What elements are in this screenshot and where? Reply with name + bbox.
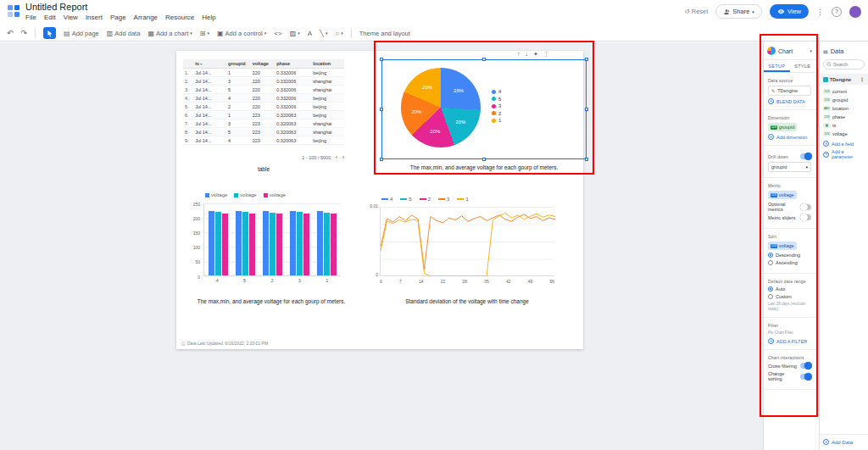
menu-insert[interactable]: Insert	[86, 13, 103, 22]
tab-style[interactable]: STYLE	[790, 60, 816, 72]
data-source-row[interactable]: ✎TDengine	[768, 86, 811, 96]
menu-arrange[interactable]: Arrange	[134, 13, 158, 22]
table-row: 1.Jul 14...12200.332006beijing	[183, 69, 344, 77]
add-data-button[interactable]: +Add Data	[820, 434, 868, 445]
sort-descending-radio[interactable]: Descending	[768, 253, 811, 258]
optional-metrics-toggle[interactable]	[800, 204, 811, 210]
selection-handle[interactable]	[380, 58, 383, 61]
sort-ascending-radio[interactable]: Ascending	[768, 260, 811, 265]
add-chart-button[interactable]: ▦Add a chart▾	[147, 30, 192, 37]
add-data-button[interactable]: ▥Add data	[107, 30, 141, 37]
toolbar-divider	[35, 28, 36, 38]
add-control-label: Add a control	[225, 30, 263, 37]
selection-handle[interactable]	[380, 108, 383, 111]
date-range-label: Default date range	[768, 279, 811, 284]
metric-chip[interactable]: 123voltage	[768, 191, 797, 199]
menu-file[interactable]: File	[25, 13, 36, 22]
select-tool-button[interactable]	[43, 27, 56, 39]
column-header-ts[interactable]: ts ▾	[193, 59, 226, 69]
add-dimension-button[interactable]: +Add dimension	[768, 134, 811, 140]
field-phase[interactable]: 123phase	[823, 113, 865, 121]
reset-button[interactable]: ↺Reset	[684, 8, 708, 15]
change-sorting-toggle[interactable]	[800, 374, 811, 380]
undo-button[interactable]: ↶	[7, 29, 14, 37]
menu-edit[interactable]: Edit	[44, 13, 56, 22]
selection-handle[interactable]	[482, 158, 486, 161]
app-logo-icon[interactable]	[7, 4, 20, 18]
add-control-button[interactable]: ▣Add a control▾	[217, 30, 266, 37]
embed-button[interactable]: <>	[274, 30, 281, 37]
field-location[interactable]: ABClocation	[823, 104, 865, 113]
sort-chip[interactable]: 123voltage	[768, 242, 797, 250]
panel-icon: ▤	[823, 48, 828, 54]
table-pagination: 1 - 100 / 5000 ‹ ›	[183, 154, 344, 160]
report-canvas[interactable]: ts ▾groupidvoltagephaselocation1.Jul 14.…	[0, 42, 763, 450]
date-custom-radio[interactable]: Custom	[768, 294, 811, 299]
field-ts[interactable]: ▦ts	[823, 121, 865, 130]
menu-help[interactable]: Help	[202, 13, 215, 22]
share-button[interactable]: Share▾	[715, 4, 762, 19]
column-header-phase[interactable]: phase	[275, 59, 311, 69]
field-voltage[interactable]: 123voltage	[823, 130, 865, 138]
selection-handle[interactable]	[585, 158, 588, 161]
bar-chart[interactable]	[203, 203, 341, 276]
community-viz-button[interactable]: ⊞▾	[200, 30, 209, 37]
user-avatar[interactable]	[849, 6, 861, 18]
selection-handle[interactable]	[482, 58, 486, 61]
column-header-voltage[interactable]: voltage	[251, 59, 275, 69]
metric-sliders-toggle[interactable]	[800, 214, 811, 220]
table-chart[interactable]: ts ▾groupidvoltagephaselocation1.Jul 14.…	[183, 59, 344, 145]
move-down-icon[interactable]: ↓	[526, 51, 529, 58]
more-vert-icon[interactable]: ⋮	[543, 51, 549, 58]
column-header-groupid[interactable]: groupid	[226, 59, 251, 69]
line-chart[interactable]	[380, 207, 554, 276]
tab-setup[interactable]: SETUP	[764, 60, 790, 72]
data-source-label: Data source	[768, 78, 811, 83]
menu-view[interactable]: View	[64, 13, 78, 22]
line-button[interactable]: ╲▾	[320, 30, 327, 37]
move-up-icon[interactable]: ↑	[517, 51, 520, 58]
pie-graphic: 28%20%20%20%20%	[401, 68, 481, 147]
help-icon[interactable]: ?	[832, 7, 842, 17]
column-header-location[interactable]: location	[311, 59, 344, 69]
tdengine-icon	[823, 77, 828, 82]
field-current[interactable]: 123current	[823, 87, 865, 96]
text-button[interactable]: A	[308, 30, 312, 37]
search-input[interactable]: Search	[823, 59, 865, 69]
pagination-label: 1 - 100 / 5000	[302, 155, 331, 160]
selection-handle[interactable]	[380, 158, 383, 161]
menu-page[interactable]: Page	[110, 13, 126, 22]
magic-icon[interactable]: ✦	[533, 51, 538, 58]
field-groupid[interactable]: 123groupid	[823, 96, 865, 104]
drill-down-select[interactable]: groupid▾	[768, 162, 811, 172]
redo-button[interactable]: ↷	[21, 29, 28, 37]
add-filter-button[interactable]: +ADD A FILTER	[768, 338, 811, 344]
chevron-down-icon[interactable]: ▾	[810, 48, 812, 53]
custom-label: Custom	[776, 294, 792, 299]
add-field-button[interactable]: +Add a field	[823, 141, 865, 147]
cross-filtering-toggle[interactable]	[800, 363, 811, 369]
selection-handle[interactable]	[585, 108, 588, 111]
date-auto-radio[interactable]: Auto	[768, 286, 811, 292]
line-series-1	[381, 213, 555, 276]
data-source-header[interactable]: TDengine ⋮	[820, 74, 868, 85]
more-options-icon[interactable]: ⋮	[816, 8, 824, 16]
more-vert-icon[interactable]: ⋮	[860, 76, 865, 82]
prev-page-icon[interactable]: ‹	[336, 154, 337, 160]
drill-down-toggle[interactable]	[800, 153, 811, 159]
add-dimension-label: Add dimension	[776, 135, 807, 140]
next-page-icon[interactable]: ›	[342, 154, 344, 160]
selection-handle[interactable]	[585, 58, 588, 61]
report-title[interactable]: Untitled Report	[25, 2, 216, 13]
add-parameter-button[interactable]: +Add a parameter	[823, 149, 865, 159]
menu-resource[interactable]: Resource	[165, 13, 194, 22]
dimension-chip[interactable]: 123groupid	[768, 123, 797, 131]
interactions-label: Chart interactions	[768, 355, 811, 360]
shape-button[interactable]: ○▾	[335, 30, 342, 37]
add-page-button[interactable]: ▤Add page	[64, 30, 99, 37]
field-type-badge: 123	[771, 125, 777, 130]
image-button[interactable]: ▨▾	[290, 30, 300, 37]
blend-data-button[interactable]: +BLEND DATA	[768, 98, 811, 104]
view-button[interactable]: View	[770, 4, 809, 19]
theme-layout-button[interactable]: Theme and layout	[359, 30, 410, 37]
